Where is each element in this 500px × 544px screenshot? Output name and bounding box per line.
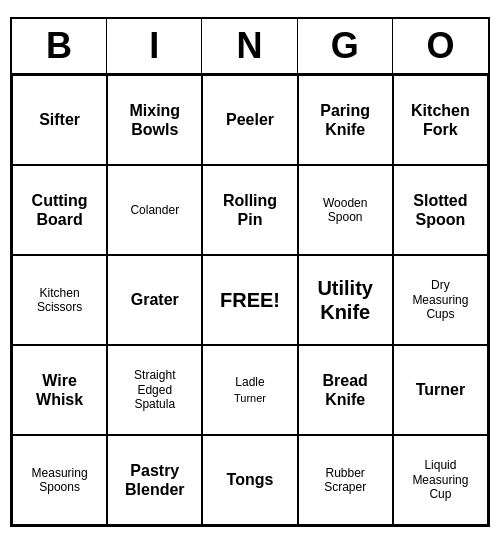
bingo-letter-n: N: [202, 19, 297, 73]
cell-r2-c0: Kitchen Scissors: [12, 255, 107, 345]
cell-main-r2-c3: Utility Knife: [317, 276, 373, 324]
cell-main-r2-c1: Grater: [131, 290, 179, 309]
bingo-grid: SifterMixing BowlsPeelerParing KnifeKitc…: [12, 75, 488, 525]
cell-main-r3-c3: Bread Knife: [323, 371, 368, 409]
cell-r3-c4: Turner: [393, 345, 488, 435]
cell-r2-c3: Utility Knife: [298, 255, 393, 345]
cell-main-r3-c2: Ladle: [235, 375, 264, 389]
cell-r1-c3: Wooden Spoon: [298, 165, 393, 255]
cell-main-r4-c2: Tongs: [227, 470, 274, 489]
cell-main-r0-c4: Kitchen Fork: [411, 101, 470, 139]
cell-r2-c4: Dry Measuring Cups: [393, 255, 488, 345]
cell-r4-c0: Measuring Spoons: [12, 435, 107, 525]
cell-r4-c3: Rubber Scraper: [298, 435, 393, 525]
cell-main-r4-c3: Rubber Scraper: [324, 466, 366, 495]
cell-main-r0-c3: Paring Knife: [320, 101, 370, 139]
cell-main-r0-c0: Sifter: [39, 110, 80, 129]
bingo-letter-b: B: [12, 19, 107, 73]
cell-r4-c1: Pastry Blender: [107, 435, 202, 525]
cell-r0-c2: Peeler: [202, 75, 297, 165]
cell-r0-c3: Paring Knife: [298, 75, 393, 165]
cell-main-r0-c2: Peeler: [226, 110, 274, 129]
cell-r0-c0: Sifter: [12, 75, 107, 165]
cell-main-r1-c0: Cutting Board: [32, 191, 88, 229]
cell-main-r1-c3: Wooden Spoon: [323, 196, 367, 225]
cell-r2-c2: FREE!: [202, 255, 297, 345]
bingo-header: BINGO: [12, 19, 488, 75]
cell-main-r2-c4: Dry Measuring Cups: [412, 278, 468, 321]
cell-r1-c0: Cutting Board: [12, 165, 107, 255]
bingo-letter-o: O: [393, 19, 488, 73]
cell-r3-c0: Wire Whisk: [12, 345, 107, 435]
cell-main-r3-c4: Turner: [416, 380, 465, 399]
cell-r4-c4: Liquid Measuring Cup: [393, 435, 488, 525]
cell-r3-c2: LadleTurner: [202, 345, 297, 435]
bingo-letter-i: I: [107, 19, 202, 73]
cell-main-r3-c1: Straight Edged Spatula: [134, 368, 175, 411]
cell-r1-c2: Rolling Pin: [202, 165, 297, 255]
cell-main-r4-c1: Pastry Blender: [125, 461, 185, 499]
cell-r3-c3: Bread Knife: [298, 345, 393, 435]
cell-r1-c4: Slotted Spoon: [393, 165, 488, 255]
bingo-letter-g: G: [298, 19, 393, 73]
cell-main-r3-c0: Wire Whisk: [36, 371, 83, 409]
cell-main-r0-c1: Mixing Bowls: [129, 101, 180, 139]
cell-r0-c4: Kitchen Fork: [393, 75, 488, 165]
cell-r0-c1: Mixing Bowls: [107, 75, 202, 165]
cell-main-r1-c1: Colander: [130, 203, 179, 217]
cell-main-r4-c4: Liquid Measuring Cup: [412, 458, 468, 501]
cell-r1-c1: Colander: [107, 165, 202, 255]
bingo-card: BINGO SifterMixing BowlsPeelerParing Kni…: [10, 17, 490, 527]
cell-main-r4-c0: Measuring Spoons: [32, 466, 88, 495]
cell-r3-c1: Straight Edged Spatula: [107, 345, 202, 435]
free-label: FREE!: [220, 289, 280, 312]
cell-main-r1-c4: Slotted Spoon: [413, 191, 467, 229]
cell-r4-c2: Tongs: [202, 435, 297, 525]
cell-sub-r3-c2: Turner: [234, 392, 266, 405]
cell-r2-c1: Grater: [107, 255, 202, 345]
cell-main-r1-c2: Rolling Pin: [223, 191, 277, 229]
cell-main-r2-c0: Kitchen Scissors: [37, 286, 82, 315]
